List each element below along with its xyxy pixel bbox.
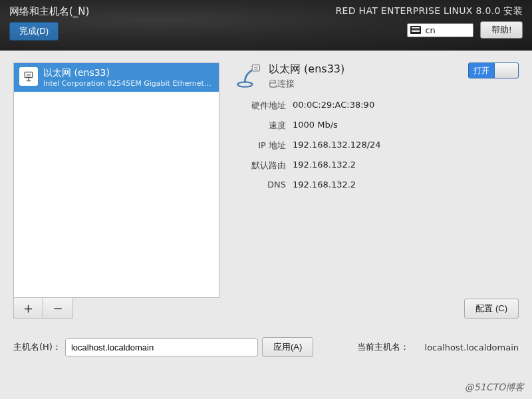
connection-details: 硬件地址 00:0C:29:AC:38:90 速度 1000 Mb/s IP 地… — [233, 100, 519, 190]
keyboard-icon — [410, 26, 421, 34]
upper-pane: 以太网 (ens33) Intel Corporation 82545EM Gi… — [13, 63, 519, 319]
keyboard-layout-label: cn — [425, 25, 435, 35]
device-list-item[interactable]: 以太网 (ens33) Intel Corporation 82545EM Gi… — [14, 63, 219, 92]
keyboard-layout-indicator[interactable]: cn — [407, 23, 473, 37]
speed-value: 1000 Mb/s — [293, 120, 519, 132]
connection-toggle-wrap: 打开 — [468, 63, 519, 78]
apply-hostname-button[interactable]: 应用(A) — [262, 337, 313, 357]
dns-label: DNS — [233, 180, 286, 190]
content-area: 以太网 (ens33) Intel Corporation 82545EM Gi… — [0, 51, 532, 399]
default-route-value: 192.168.132.2 — [293, 160, 519, 172]
default-route-label: 默认路由 — [233, 160, 286, 172]
ip-address-value: 192.168.132.128/24 — [293, 140, 519, 152]
device-list-buttons: + − — [13, 298, 73, 319]
header-right: RED HAT ENTERPRISE LINUX 8.0.0 安装 cn 帮助! — [336, 5, 523, 47]
device-list: 以太网 (ens33) Intel Corporation 82545EM Gi… — [13, 63, 219, 298]
connection-title: 以太网 (ens33) — [269, 63, 462, 76]
svg-rect-0 — [25, 72, 33, 77]
installer-title: RED HAT ENTERPRISE LINUX 8.0.0 安装 — [336, 5, 523, 17]
speed-label: 速度 — [233, 120, 286, 132]
hw-address-value: 00:0C:29:AC:38:90 — [293, 100, 519, 112]
add-device-button[interactable]: + — [14, 298, 43, 318]
detail-panel: 以太网 (ens33) 已连接 打开 硬件地址 00:0C:29:AC:38:9… — [233, 63, 519, 319]
current-hostname-value: localhost.localdomain — [425, 342, 519, 352]
remove-device-button[interactable]: − — [43, 298, 72, 318]
ethernet-large-icon — [233, 63, 262, 92]
connection-header: 以太网 (ens33) 已连接 打开 — [233, 63, 519, 92]
connection-header-text: 以太网 (ens33) 已连接 — [269, 63, 462, 90]
config-button-row: 配置 (C) — [233, 291, 519, 319]
watermark: @51CTO博客 — [465, 382, 524, 394]
dns-value: 192.168.132.2 — [293, 180, 519, 190]
done-button[interactable]: 完成(D) — [9, 22, 59, 41]
help-button[interactable]: 帮助! — [480, 21, 523, 39]
hostname-row: 主机名(H)： 应用(A) 当前主机名： localhost.localdoma… — [13, 337, 519, 357]
device-panel: 以太网 (ens33) Intel Corporation 82545EM Gi… — [13, 63, 219, 319]
page-title: 网络和主机名(_N) — [9, 5, 89, 18]
configure-button[interactable]: 配置 (C) — [464, 299, 519, 319]
header-left: 网络和主机名(_N) 完成(D) — [9, 5, 89, 47]
hostname-label: 主机名(H)： — [13, 341, 61, 353]
device-item-subtitle: Intel Corporation 82545EM Gigabit Ethern… — [43, 79, 213, 88]
device-item-text: 以太网 (ens33) Intel Corporation 82545EM Gi… — [43, 67, 213, 88]
toggle-handle — [494, 63, 518, 78]
hw-address-label: 硬件地址 — [233, 100, 286, 112]
svg-rect-2 — [252, 65, 259, 71]
ethernet-icon — [19, 67, 38, 86]
toggle-on-label: 打开 — [469, 63, 494, 78]
header-row2: cn 帮助! — [407, 21, 523, 39]
connection-toggle[interactable]: 打开 — [468, 63, 519, 78]
device-item-title: 以太网 (ens33) — [43, 67, 213, 79]
ip-address-label: IP 地址 — [233, 140, 286, 152]
connection-status: 已连接 — [269, 78, 462, 90]
header-bar: 网络和主机名(_N) 完成(D) RED HAT ENTERPRISE LINU… — [0, 0, 532, 51]
current-hostname-label: 当前主机名： — [357, 341, 409, 353]
hostname-input[interactable] — [65, 338, 258, 356]
